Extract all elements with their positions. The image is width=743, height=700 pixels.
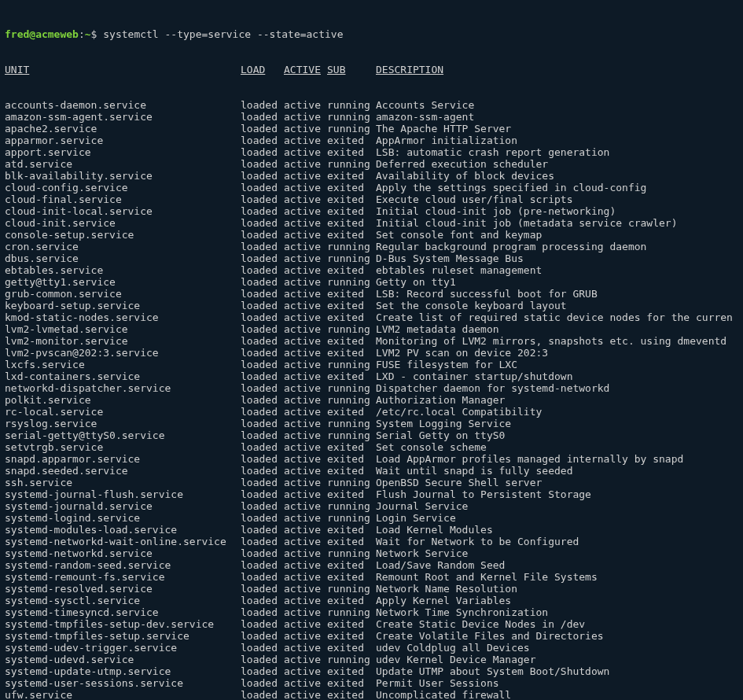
- service-row: apport.serviceloadedactiveexitedLSB: aut…: [5, 146, 738, 158]
- service-row: cloud-init-local.serviceloadedactiveexit…: [5, 205, 738, 217]
- service-sub: running: [327, 394, 376, 406]
- service-sub: running: [327, 512, 376, 524]
- service-active: active: [284, 536, 327, 547]
- service-unit: rc-local.service: [5, 406, 241, 418]
- service-load: loaded: [241, 323, 284, 335]
- service-unit: atd.service: [5, 158, 241, 170]
- service-sub: exited: [327, 571, 376, 583]
- header-active: ACTIVE: [284, 64, 327, 76]
- service-sub: exited: [327, 677, 376, 689]
- service-active: active: [284, 359, 327, 370]
- service-unit: ebtables.service: [5, 264, 241, 276]
- service-description: Permit User Sessions: [376, 677, 737, 689]
- service-row: systemd-random-seed.serviceloadedactivee…: [5, 559, 738, 571]
- service-load: loaded: [241, 276, 284, 288]
- service-active: active: [284, 500, 327, 512]
- service-load: loaded: [241, 111, 284, 123]
- service-load: loaded: [241, 606, 284, 618]
- service-active: active: [284, 571, 327, 583]
- service-unit: systemd-udevd.service: [5, 654, 241, 665]
- service-active: active: [284, 146, 327, 158]
- service-row: systemd-sysctl.serviceloadedactiveexited…: [5, 595, 738, 606]
- service-sub: exited: [327, 264, 376, 276]
- terminal[interactable]: fred@acmeweb:~$ systemctl --type=service…: [0, 0, 743, 700]
- service-load: loaded: [241, 583, 284, 595]
- service-active: active: [284, 583, 327, 595]
- service-description: Execute cloud user/final scripts: [376, 193, 737, 205]
- service-sub: exited: [327, 488, 376, 500]
- service-sub: exited: [327, 406, 376, 418]
- prompt-at: @: [29, 28, 35, 40]
- service-description: Remount Root and Kernel File Systems: [376, 571, 737, 583]
- service-unit: rsyslog.service: [5, 418, 241, 429]
- service-unit: apport.service: [5, 146, 241, 158]
- service-unit: cloud-init-local.service: [5, 205, 241, 217]
- service-row: systemd-logind.serviceloadedactiverunnin…: [5, 512, 738, 524]
- header-load: LOAD: [241, 64, 284, 76]
- service-sub: running: [327, 252, 376, 264]
- service-load: loaded: [241, 441, 284, 453]
- service-unit: getty@tty1.service: [5, 276, 241, 288]
- service-load: loaded: [241, 229, 284, 241]
- service-row: ufw.serviceloadedactiveexitedUncomplicat…: [5, 689, 738, 700]
- service-unit: cloud-init.service: [5, 217, 241, 229]
- service-unit: systemd-logind.service: [5, 512, 241, 524]
- service-sub: running: [327, 158, 376, 170]
- service-active: active: [284, 264, 327, 276]
- service-description: Login Service: [376, 512, 737, 524]
- service-active: active: [284, 559, 327, 571]
- service-description: Set console scheme: [376, 441, 737, 453]
- service-description: Network Time Synchronization: [376, 606, 737, 618]
- service-row: grub-common.serviceloadedactiveexitedLSB…: [5, 288, 738, 300]
- service-active: active: [284, 689, 327, 700]
- service-rows: accounts-daemon.serviceloadedactiverunni…: [5, 99, 738, 700]
- service-description: Set console font and keymap: [376, 229, 737, 241]
- service-description: LSB: automatic crash report generation: [376, 146, 737, 158]
- service-sub: exited: [327, 618, 376, 630]
- service-unit: systemd-random-seed.service: [5, 559, 241, 571]
- service-sub: running: [327, 500, 376, 512]
- service-load: loaded: [241, 311, 284, 323]
- service-row: lxcfs.serviceloadedactiverunningFUSE fil…: [5, 359, 738, 370]
- service-unit: systemd-tmpfiles-setup.service: [5, 630, 241, 642]
- service-active: active: [284, 323, 327, 335]
- service-load: loaded: [241, 300, 284, 311]
- service-active: active: [284, 347, 327, 359]
- service-description: Create Static Device Nodes in /dev: [376, 618, 737, 630]
- service-active: active: [284, 618, 327, 630]
- service-sub: exited: [327, 146, 376, 158]
- service-load: loaded: [241, 335, 284, 347]
- service-unit: cron.service: [5, 241, 241, 252]
- service-unit: serial-getty@ttyS0.service: [5, 429, 241, 441]
- service-row: systemd-journald.serviceloadedactiverunn…: [5, 500, 738, 512]
- service-row: lvm2-pvscan@202:3.serviceloadedactiveexi…: [5, 347, 738, 359]
- service-row: cloud-final.serviceloadedactiveexitedExe…: [5, 193, 738, 205]
- service-active: active: [284, 465, 327, 477]
- service-load: loaded: [241, 571, 284, 583]
- service-row: ebtables.serviceloadedactiveexitedebtabl…: [5, 264, 738, 276]
- prompt-user: fred: [5, 28, 29, 40]
- service-description: Network Service: [376, 547, 737, 559]
- service-load: loaded: [241, 241, 284, 252]
- service-load: loaded: [241, 654, 284, 665]
- service-active: active: [284, 394, 327, 406]
- service-row: getty@tty1.serviceloadedactiverunningGet…: [5, 276, 738, 288]
- service-row: dbus.serviceloadedactiverunningD-Bus Sys…: [5, 252, 738, 264]
- service-sub: exited: [327, 642, 376, 654]
- service-sub: exited: [327, 134, 376, 146]
- service-unit: apache2.service: [5, 123, 241, 134]
- service-sub: running: [327, 429, 376, 441]
- service-sub: exited: [327, 347, 376, 359]
- service-load: loaded: [241, 146, 284, 158]
- service-load: loaded: [241, 465, 284, 477]
- service-unit: keyboard-setup.service: [5, 300, 241, 311]
- service-unit: setvtrgb.service: [5, 441, 241, 453]
- service-sub: exited: [327, 453, 376, 465]
- service-load: loaded: [241, 193, 284, 205]
- service-sub: exited: [327, 205, 376, 217]
- service-row: cron.serviceloadedactiverunningRegular b…: [5, 241, 738, 252]
- service-load: loaded: [241, 205, 284, 217]
- service-unit: lvm2-monitor.service: [5, 335, 241, 347]
- service-load: loaded: [241, 123, 284, 134]
- service-load: loaded: [241, 382, 284, 394]
